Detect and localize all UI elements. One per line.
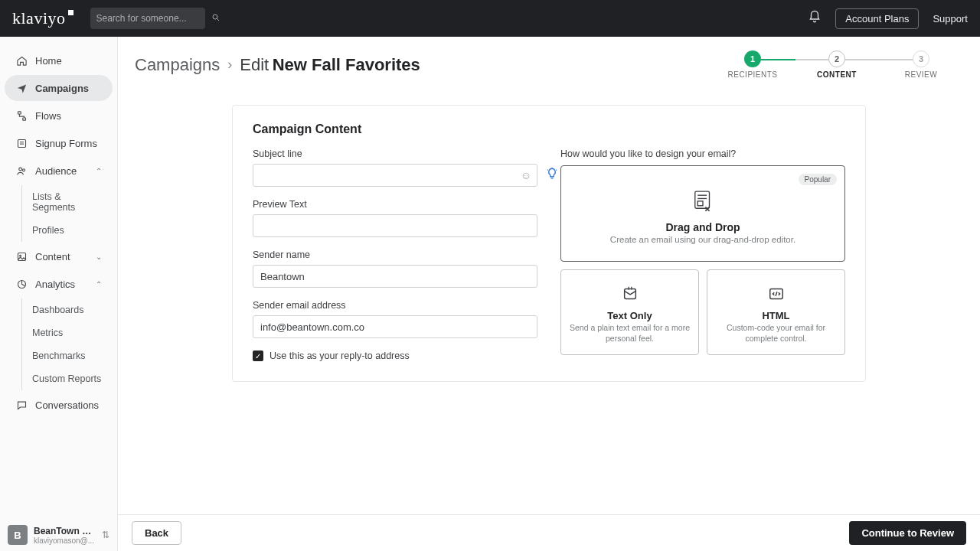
svg-rect-4 (18, 139, 25, 147)
step-recipients[interactable]: 1 RECIPIENTS (710, 51, 795, 79)
analytics-icon (15, 278, 28, 290)
svg-point-8 (22, 168, 24, 171)
svg-line-1 (217, 18, 219, 21)
wizard-stepper: 1 RECIPIENTS 2 CONTENT 3 REVIEW (710, 51, 963, 79)
design-question: How would you like to design your email? (560, 148, 845, 159)
emoji-icon[interactable]: ☺ (521, 169, 531, 181)
option-text-only[interactable]: Text Only Send a plain text email for a … (560, 269, 699, 355)
avatar: B (8, 525, 28, 545)
nav-label: Conversations (35, 399, 99, 411)
home-icon (15, 54, 28, 67)
account-name: BeanTown Co... (34, 526, 96, 536)
main-content: Campaigns › Edit New Fall Favorites 1 RE… (118, 37, 980, 514)
breadcrumb: Campaigns › Edit New Fall Favorites 1 RE… (118, 37, 980, 82)
back-button[interactable]: Back (132, 521, 181, 545)
sidebar-item-campaigns[interactable]: Campaigns (5, 75, 113, 101)
drag-drop-icon (573, 187, 832, 214)
option-sub: Create an email using our drag-and-drop … (573, 235, 832, 244)
sender-email-label: Sender email address (253, 300, 537, 311)
svg-rect-16 (697, 201, 703, 206)
global-search[interactable] (90, 8, 205, 29)
step-label: RECIPIENTS (727, 70, 777, 79)
continue-button[interactable]: Continue to Review (849, 521, 966, 545)
option-html[interactable]: HTML Custom-code your email for complete… (707, 269, 845, 355)
account-plans-button[interactable]: Account Plans (835, 8, 919, 29)
preview-label: Preview Text (253, 199, 537, 210)
card-title: Campaign Content (253, 122, 845, 136)
svg-rect-2 (18, 111, 21, 113)
top-bar: klaviyo Account Plans Support (0, 0, 980, 37)
support-link[interactable]: Support (933, 13, 968, 24)
nav-label: Analytics (35, 279, 75, 290)
search-icon (211, 13, 220, 24)
subject-input[interactable] (253, 164, 537, 187)
sender-email-input[interactable] (253, 315, 537, 338)
preview-input[interactable] (253, 214, 537, 237)
sidebar-sub-benchmarks[interactable]: Benchmarks (0, 344, 117, 367)
nav-label: Signup Forms (35, 138, 97, 149)
content-icon (15, 250, 28, 262)
forms-icon (15, 137, 28, 149)
sidebar-sub-metrics[interactable]: Metrics (0, 321, 117, 344)
account-email: klaviyomason@... (34, 536, 96, 545)
wizard-footer: Back Continue to Review (118, 514, 980, 551)
step-content[interactable]: 2 CONTENT (795, 51, 879, 79)
nav-label: Campaigns (35, 83, 89, 94)
chevron-right-icon: › (227, 57, 232, 73)
svg-point-7 (18, 168, 21, 171)
page-title: New Fall Favorites (273, 55, 420, 75)
breadcrumb-campaigns[interactable]: Campaigns (135, 55, 220, 75)
step-label: CONTENT (817, 70, 857, 79)
sidebar-sub-dashboards[interactable]: Dashboards (0, 298, 117, 321)
svg-rect-3 (22, 118, 25, 120)
html-icon (715, 285, 837, 302)
sidebar-item-conversations[interactable]: Conversations (5, 392, 113, 418)
sidebar-sub-custom-reports[interactable]: Custom Reports (0, 367, 117, 390)
subject-label: Subject line (253, 148, 537, 159)
option-sub: Send a plain text email for a more perso… (569, 323, 691, 344)
chevron-up-icon: ⌃ (96, 280, 102, 289)
send-icon (15, 82, 28, 94)
sidebar-item-content[interactable]: Content ⌄ (5, 243, 113, 269)
option-title: HTML (715, 310, 837, 321)
nav-label: Home (35, 55, 62, 67)
text-only-icon (569, 285, 691, 302)
nav-label: Content (35, 251, 70, 262)
audience-icon (15, 165, 28, 177)
breadcrumb-action: Edit (240, 55, 269, 75)
search-input[interactable] (96, 13, 211, 24)
sidebar-sub-lists[interactable]: Lists & Segments (0, 185, 117, 219)
sidebar-item-flows[interactable]: Flows (5, 103, 113, 129)
svg-rect-9 (18, 253, 25, 260)
chevron-down-icon: ⌄ (96, 253, 102, 261)
chevron-updown-icon: ⇅ (102, 530, 109, 540)
svg-point-0 (213, 15, 217, 19)
replyto-label: Use this as your reply-to address (270, 350, 410, 361)
sender-name-input[interactable] (253, 265, 537, 288)
option-drag-drop[interactable]: Popular Drag and Drop Create an email us… (560, 165, 845, 262)
step-review[interactable]: 3 REVIEW (879, 51, 963, 79)
svg-point-10 (19, 255, 21, 256)
sidebar-item-analytics[interactable]: Analytics ⌃ (5, 271, 113, 297)
chevron-up-icon: ⌃ (96, 167, 102, 175)
step-number: 3 (913, 51, 929, 67)
option-title: Drag and Drop (573, 221, 832, 233)
nav-label: Audience (35, 165, 77, 177)
suggest-subject-icon[interactable] (545, 167, 559, 184)
step-number: 2 (828, 51, 845, 67)
svg-rect-17 (624, 289, 635, 299)
campaign-content-card: Campaign Content Subject line ☺ Preview … (232, 105, 866, 382)
nav-label: Flows (35, 110, 61, 122)
option-sub: Custom-code your email for complete cont… (715, 323, 837, 344)
flows-icon (15, 109, 28, 122)
account-switcher[interactable]: B BeanTown Co... klaviyomason@... ⇅ (8, 525, 109, 545)
sidebar-item-home[interactable]: Home (5, 47, 113, 73)
sidebar-item-audience[interactable]: Audience ⌃ (5, 158, 113, 184)
sidebar: Home Campaigns Flows Signup Forms Audien… (0, 37, 118, 551)
step-number: 1 (744, 51, 761, 67)
logo[interactable]: klaviyo (12, 8, 74, 28)
notifications-icon[interactable] (808, 10, 822, 27)
replyto-checkbox[interactable]: ✓ (253, 350, 263, 361)
sidebar-item-signup-forms[interactable]: Signup Forms (5, 130, 113, 156)
sidebar-sub-profiles[interactable]: Profiles (0, 219, 117, 242)
